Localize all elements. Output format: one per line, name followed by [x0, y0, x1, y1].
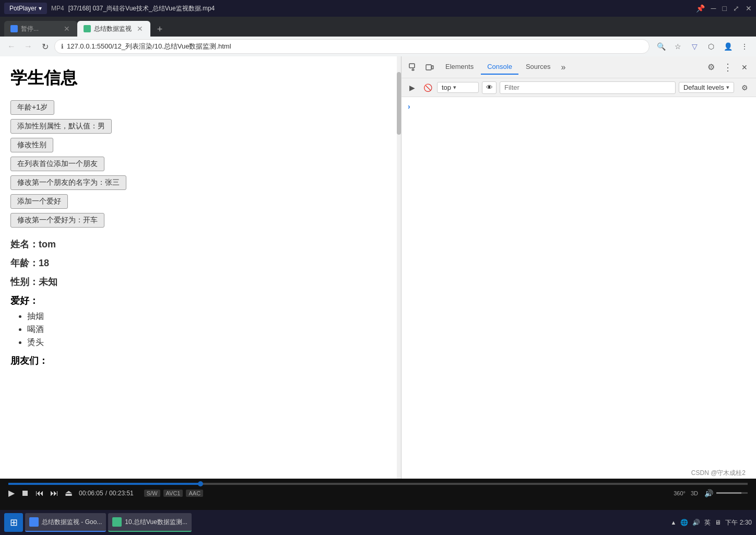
prev-button[interactable]: ⏮	[36, 489, 44, 498]
volume-bar[interactable]	[716, 492, 748, 494]
tab-label-vue: 总结数据监视	[94, 25, 133, 33]
clear-console-button[interactable]: ▶	[406, 81, 418, 94]
profile-icon[interactable]: 👤	[720, 39, 735, 54]
gender-label: 性别：	[10, 277, 39, 287]
rename-friend-button[interactable]: 修改第一个朋友的名字为：张三	[10, 175, 126, 190]
devtools-tabs: Elements Console Sources »	[439, 60, 702, 75]
browser-actions: 🔍 ☆ ▽ ⬡ 👤 ⋮	[654, 39, 752, 54]
scrollbar-thumb[interactable]	[397, 72, 401, 135]
format-badge-aac: AAC	[186, 490, 203, 497]
puzzle-icon[interactable]: ⬡	[704, 39, 718, 54]
3d-button[interactable]: 3D	[691, 490, 698, 496]
tab-sources[interactable]: Sources	[519, 60, 557, 75]
webpage-container: 学生信息 年龄+1岁 添加性别属性，默认值：男 修改性别 在列表首位添加一个朋友…	[0, 56, 401, 535]
progress-bar[interactable]	[8, 483, 748, 485]
taskbar-item-vue[interactable]: 10.总结Vue数据监测...	[108, 513, 192, 532]
friends-label: 朋友们：	[10, 354, 391, 367]
page-title: 学生信息	[10, 67, 391, 90]
log-levels-selector[interactable]: Default levels ▾	[679, 82, 734, 93]
svg-rect-4	[432, 66, 433, 69]
new-tab-icon: +	[157, 24, 163, 35]
eye-icon: 👁	[486, 84, 493, 91]
inspect-element-button[interactable]	[406, 60, 420, 75]
tray-expand-icon[interactable]: ▲	[670, 519, 676, 526]
browser-window: 暂停... ✕ 总结数据监视 ✕ + ← → ↻ ℹ 127.0.0.1:550…	[0, 17, 756, 535]
devtools-settings-button[interactable]: ⚙	[704, 60, 718, 75]
resize-icon[interactable]: ⤢	[733, 4, 739, 13]
student-info: 姓名：tom 年龄：18 性别：未知 爱好： 抽烟 喝酒 烫头 朋友们：	[10, 238, 391, 367]
taskbar-google-label: 总结数据监视 - Goo...	[42, 518, 102, 527]
name-value: tom	[39, 239, 56, 249]
restore-icon[interactable]: □	[723, 4, 727, 13]
add-friend-button[interactable]: 在列表首位添加一个朋友	[10, 157, 104, 171]
new-tab-button[interactable]: +	[152, 22, 167, 37]
console-filter-input[interactable]	[500, 81, 676, 94]
back-button[interactable]: ←	[4, 39, 19, 54]
hobby-item: 抽烟	[27, 311, 391, 322]
tab-paused[interactable]: 暂停... ✕	[4, 21, 77, 37]
scrollbar-track[interactable]	[397, 56, 401, 535]
menu-icon[interactable]: ⋮	[737, 39, 752, 54]
stop-button[interactable]: ⏹	[21, 489, 29, 498]
console-settings-button[interactable]: ⚙	[737, 80, 752, 95]
tray-lang-icon[interactable]: 英	[704, 518, 711, 527]
devtools-close-button[interactable]: ✕	[737, 60, 752, 75]
tray-volume-icon[interactable]: 🔊	[692, 519, 700, 526]
360-button[interactable]: 360°	[674, 490, 686, 496]
volume-control[interactable]: 🔊	[704, 489, 748, 497]
eject-button[interactable]: ⏏	[65, 488, 73, 498]
forward-button[interactable]: →	[21, 39, 36, 54]
console-toolbar: ▶ 🚫 top ▾ 👁 Default levels ▾ ⚙	[401, 78, 756, 97]
context-selector[interactable]: top ▾	[437, 82, 479, 93]
tray-network-icon[interactable]: 🌐	[680, 519, 688, 526]
svg-rect-0	[409, 64, 415, 68]
browser-chrome: 暂停... ✕ 总结数据监视 ✕ + ← → ↻ ℹ 127.0.0.1:550…	[0, 17, 756, 56]
next-button[interactable]: ⏭	[50, 489, 58, 498]
total-time: 00:23:51	[109, 490, 134, 497]
age-row: 年龄：18	[10, 257, 391, 269]
add-hobby-button[interactable]: 添加一个爱好	[10, 194, 68, 209]
address-bar[interactable]: ℹ 127.0.0.1:5500/12_列表渲染/10.总结Vue数据监测.ht…	[54, 39, 649, 54]
taskbar-vue-icon	[112, 517, 122, 527]
tab-label-paused: 暂停...	[21, 25, 60, 33]
title-bar: PotPlayer ▾ MP4 [37/168] 037_尚硅谷Vue技术_总结…	[0, 0, 756, 17]
age-value: 18	[39, 258, 49, 268]
block-requests-button[interactable]: 🚫	[421, 81, 434, 94]
lock-icon: ℹ	[61, 43, 64, 50]
add-gender-button[interactable]: 添加性别属性，默认值：男	[10, 119, 112, 134]
context-dropdown-icon: ▾	[453, 84, 456, 91]
device-toolbar-button[interactable]	[422, 60, 437, 75]
play-button[interactable]: ▶	[8, 488, 15, 498]
devtools-panel: Elements Console Sources » ⚙ ⋮ ✕ ▶ 🚫 top…	[401, 56, 756, 535]
tab-close-paused[interactable]: ✕	[63, 25, 71, 33]
hobby-item: 烫头	[27, 337, 391, 348]
pin-icon[interactable]: 📌	[696, 4, 705, 13]
tray-monitor-icon[interactable]: 🖥	[715, 519, 721, 526]
age-increment-button[interactable]: 年龄+1岁	[10, 100, 54, 115]
tab-close-vue[interactable]: ✕	[136, 25, 144, 33]
bookmark-icon[interactable]: ☆	[670, 39, 685, 54]
app-name[interactable]: PotPlayer ▾	[4, 3, 47, 14]
extension-icon[interactable]: ▽	[687, 39, 702, 54]
taskbar-item-google[interactable]: 总结数据监视 - Goo...	[25, 513, 106, 532]
tab-favicon-google	[10, 25, 18, 32]
minimize-icon[interactable]: ─	[711, 4, 716, 13]
start-button[interactable]: ⊞	[4, 513, 23, 532]
context-label: top	[442, 84, 451, 91]
devtools-more-button[interactable]: ⋮	[720, 60, 735, 75]
tab-elements[interactable]: Elements	[439, 60, 480, 75]
change-hobby-button[interactable]: 修改第一个爱好为：开车	[10, 213, 104, 228]
search-icon[interactable]: 🔍	[654, 39, 668, 54]
format-badge-sw: S/W	[144, 490, 160, 497]
reload-button[interactable]: ↻	[38, 39, 52, 54]
tab-vue[interactable]: 总结数据监视 ✕	[77, 21, 150, 37]
tab-console[interactable]: Console	[481, 60, 518, 75]
main-area: 学生信息 年龄+1岁 添加性别属性，默认值：男 修改性别 在列表首位添加一个朋友…	[0, 56, 756, 535]
close-icon[interactable]: ✕	[746, 4, 752, 13]
change-gender-button[interactable]: 修改性别	[10, 138, 53, 152]
action-buttons: 年龄+1岁 添加性别属性，默认值：男 修改性别 在列表首位添加一个朋友 修改第一…	[10, 100, 391, 228]
format-badge-avc1: AVC1	[163, 490, 183, 497]
live-expressions-button[interactable]: 👁	[482, 81, 497, 94]
devtools-more-tabs[interactable]: »	[558, 61, 569, 74]
progress-filled	[8, 483, 200, 485]
